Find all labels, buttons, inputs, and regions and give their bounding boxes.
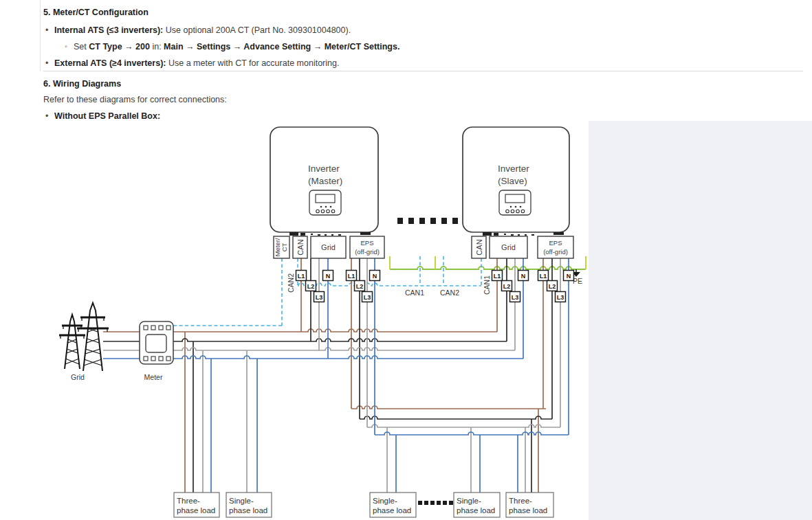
load-3-line1: Single- bbox=[373, 497, 397, 505]
port-eps-slave-line2: (off-grid) bbox=[543, 248, 568, 256]
terminal-l2: L2 bbox=[307, 283, 315, 290]
terminal-l1: L1 bbox=[494, 273, 501, 280]
sub-bold1: CT Type → 200 bbox=[89, 42, 150, 52]
port-grid-master: Grid bbox=[321, 243, 336, 251]
section6-intro: Refer to these diagrams for correct conn… bbox=[43, 94, 227, 105]
load-4-line1: Single- bbox=[457, 497, 481, 505]
port-eps-master-line1: EPS bbox=[360, 239, 373, 247]
inverter-slave-line2: (Slave) bbox=[498, 176, 527, 186]
grid-tower-icon bbox=[59, 303, 109, 371]
load-3-line2: phase load bbox=[373, 506, 411, 515]
wires-l3 bbox=[103, 258, 560, 493]
section5-heading: 5. Meter/CT Configuration bbox=[43, 7, 149, 18]
terminal-l3: L3 bbox=[557, 294, 564, 301]
terminal-n: N bbox=[373, 273, 377, 280]
bullet2-bold: External ATS (≥4 inverters): bbox=[54, 58, 166, 68]
port-meter-ct-line2: CT bbox=[281, 242, 288, 251]
load-boxes: Three- phase load Single- phase load Sin… bbox=[174, 493, 553, 517]
terminal-l2: L2 bbox=[549, 283, 556, 290]
bullet-marker: • bbox=[45, 58, 48, 69]
inverter-master-line1: Inverter bbox=[308, 163, 340, 174]
port-boxes: Meter/ CT CAN Grid EPS (off-grid) CAN Gr… bbox=[274, 236, 573, 258]
content-left-border bbox=[40, 0, 41, 71]
load-5-line2: phase load bbox=[509, 506, 547, 515]
wiring-diagram: PE CAN1 CAN2 CAN2 CAN1 bbox=[0, 121, 812, 520]
bullet2-rest: Use a meter with CT for accurate monitor… bbox=[166, 58, 339, 68]
section6-heading: 6. Wiring Diagrams bbox=[43, 78, 121, 89]
section5-bullet1: Internal ATS (≤3 inverters): Use optiona… bbox=[54, 25, 351, 36]
port-can-slave: CAN bbox=[475, 239, 483, 255]
inverter-display bbox=[499, 190, 531, 215]
sub-end: . bbox=[397, 42, 399, 52]
more-inverters-ellipsis bbox=[397, 218, 458, 224]
side-panel-background bbox=[589, 121, 812, 520]
terminal-n: N bbox=[521, 273, 526, 280]
sub-mid: in: bbox=[150, 42, 164, 52]
section5-bullet2: External ATS (≥4 inverters): Use a meter… bbox=[54, 58, 339, 69]
can1-label: CAN1 bbox=[405, 289, 424, 297]
load-1-line2: phase load bbox=[177, 506, 215, 515]
load-1-line1: Three- bbox=[177, 497, 200, 505]
terminal-l3: L3 bbox=[364, 294, 371, 301]
can2-label: CAN2 bbox=[440, 289, 459, 297]
terminal-l3: L3 bbox=[316, 294, 323, 301]
more-loads-ellipsis bbox=[418, 501, 453, 505]
load-5-line1: Three- bbox=[509, 497, 532, 505]
grid-source-label: Grid bbox=[71, 373, 85, 381]
terminal-l2: L2 bbox=[356, 283, 364, 290]
port-can-master: CAN bbox=[296, 239, 305, 255]
inverter-master: Inverter (Master) bbox=[270, 127, 378, 236]
sub-bullet-marker: ◦ bbox=[65, 41, 67, 52]
inverter-display bbox=[309, 190, 341, 215]
load-2-line2: phase load bbox=[229, 506, 267, 515]
terminal-l2: L2 bbox=[503, 283, 511, 290]
bullet3-bold: Without EPS Parallel Box: bbox=[54, 111, 160, 121]
inverter-master-line2: (Master) bbox=[308, 176, 342, 186]
pe-wire bbox=[390, 267, 586, 269]
terminal-l1: L1 bbox=[298, 273, 305, 280]
documentation-page: { "bullets": { "filled": "•", "open": "◦… bbox=[0, 0, 812, 520]
port-eps-master-line2: (off-grid) bbox=[355, 248, 380, 256]
meter-device bbox=[140, 321, 173, 364]
load-4-line2: phase load bbox=[457, 506, 495, 515]
terminal-l1: L1 bbox=[540, 273, 547, 280]
inverter-slave-line1: Inverter bbox=[498, 163, 529, 174]
section-divider bbox=[43, 71, 803, 71]
meter-label: Meter bbox=[144, 373, 163, 381]
can2-vertical-label: CAN2 bbox=[287, 273, 295, 293]
section5-subbullet: Set CT Type → 200 in: Main → Settings → … bbox=[74, 41, 399, 52]
section6-bullet: Without EPS Parallel Box: bbox=[54, 111, 160, 122]
terminal-n: N bbox=[326, 273, 331, 280]
sub-pre: Set bbox=[74, 42, 89, 52]
terminal-l1: L1 bbox=[348, 273, 355, 280]
bullet-marker: • bbox=[45, 111, 48, 122]
bullet1-bold: Internal ATS (≤3 inverters): bbox=[54, 25, 163, 35]
bullet-marker: • bbox=[45, 25, 48, 36]
bullet1-rest: Use optional 200A CT (Part No. 309301004… bbox=[163, 25, 351, 35]
can-bus-run bbox=[298, 283, 481, 286]
terminal-n: N bbox=[567, 273, 571, 280]
inverter-slave: Inverter (Slave) bbox=[463, 127, 569, 236]
can1-vertical-label: CAN1 bbox=[483, 275, 491, 295]
port-eps-slave-line1: EPS bbox=[549, 239, 562, 247]
sub-bold2: Main → Settings → Advance Setting → Mete… bbox=[164, 42, 397, 52]
wires-n bbox=[103, 258, 569, 493]
terminal-l3: L3 bbox=[512, 294, 519, 301]
port-grid-slave: Grid bbox=[501, 243, 516, 251]
load-2-line1: Single- bbox=[229, 497, 254, 505]
